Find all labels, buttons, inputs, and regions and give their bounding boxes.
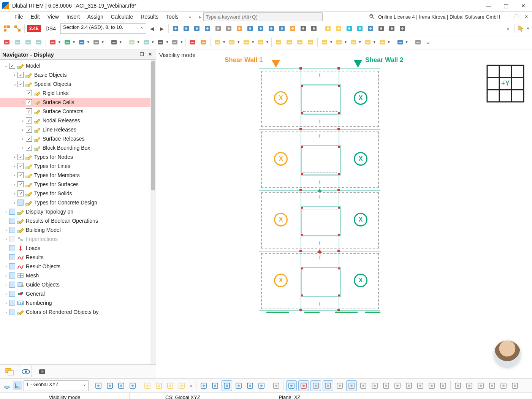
bb-icon-27[interactable] [370,381,380,391]
tb2-icon-8[interactable] [92,38,101,47]
menu-assign[interactable]: Assign [84,13,107,21]
close-button[interactable]: ✕ [515,0,532,11]
tree-twisty[interactable]: › [11,73,17,77]
tree-row-types-for-members[interactable]: ›Types for Members [0,171,156,180]
tree-twisty[interactable]: › [11,200,17,205]
tb2-icon-18[interactable] [199,38,208,47]
tb2-dd-33[interactable]: ▼ [373,40,376,44]
tb1-icon-13[interactable] [309,24,318,33]
tree-checkbox[interactable] [17,81,24,87]
tree-twisty[interactable]: › [3,291,9,296]
tb1-icon-17[interactable] [345,24,354,33]
bb-icon-29[interactable] [393,381,402,391]
tb2-icon-25[interactable] [274,38,283,47]
tb2-icon-2[interactable] [24,38,33,47]
bb-icon-39[interactable] [499,381,508,391]
tree-twisty[interactable]: ⌄ [11,82,17,87]
tree-twisty[interactable]: › [3,209,9,214]
tree-twisty[interactable]: › [20,127,26,132]
tree-twisty[interactable]: › [11,191,17,196]
tb-new-icon[interactable] [2,24,11,33]
bb-icon-33[interactable] [438,381,448,391]
bb-icon-23[interactable] [323,380,333,391]
tree-row-types-for-surfaces[interactable]: ›Types for Surfaces [0,180,156,189]
tree-twisty[interactable]: › [3,273,9,278]
tb1-icon-5[interactable] [224,24,233,33]
bb-icon-38[interactable] [487,381,497,391]
bb-icon-1[interactable] [105,381,115,391]
menu-calculate[interactable]: Calculate [107,13,137,21]
tree-twisty[interactable]: › [11,164,17,168]
tree-checkbox[interactable] [9,63,15,69]
tree-checkbox[interactable] [9,254,15,260]
tree-checkbox[interactable] [9,218,15,224]
tb2-icon-36[interactable] [396,38,405,47]
tb2-dd-31[interactable]: ▼ [344,40,347,44]
load-badge[interactable]: 2.4E [27,25,41,32]
app-menu-icon[interactable] [2,14,8,20]
bb-icon-20[interactable] [286,380,297,391]
tree-row-surface-cells[interactable]: ›Surface Cells [0,98,156,107]
tb1-icon-4[interactable] [214,24,223,33]
navigator-close-button[interactable]: ✕ [147,51,154,58]
tb2-icon-6[interactable] [63,38,72,47]
tree-row-loads[interactable]: Loads [0,244,156,253]
view-cube[interactable]: +Y [486,65,524,104]
menu-overflow[interactable]: » [182,14,198,20]
menu-view[interactable]: View [44,13,63,21]
tree-row-special-objects[interactable]: ⌄Special Objects [0,79,156,89]
bb-icon-26[interactable] [358,381,368,391]
bb-icon-25[interactable] [346,380,357,391]
menu-results[interactable]: Results [137,13,162,21]
tb2-dd-10[interactable]: ▼ [119,40,122,44]
tb1-icon-11[interactable] [288,24,297,33]
tree-checkbox[interactable] [9,263,15,269]
bb-icon-16[interactable] [256,381,266,391]
bb-icon-15[interactable] [245,381,255,391]
tb2-dd-20[interactable]: ▼ [222,40,226,44]
tree-checkbox[interactable] [17,181,24,187]
tree-twisty[interactable]: › [11,173,17,177]
bb-icon-5[interactable] [142,381,152,391]
tree-checkbox[interactable] [26,136,32,142]
tb2-icon-33[interactable] [363,38,372,47]
tb1-icon-22[interactable] [398,24,407,33]
tree-checkbox[interactable] [26,108,32,114]
tb2-icon-7[interactable] [77,38,86,47]
tb1-icon-0[interactable] [171,24,180,33]
bb-icon-2[interactable] [116,381,126,391]
bb-icon-35[interactable] [453,381,463,391]
tree-row-display-topology-on[interactable]: ›Display Topology on [0,207,156,216]
tree-row-types-for-lines[interactable]: ›Types for Lines [0,162,156,171]
tree-row-types-for-concrete-design[interactable]: ›Types for Concrete Design [0,198,156,207]
tree-twisty[interactable]: › [20,146,26,150]
tree-checkbox[interactable] [17,72,24,78]
tree-checkbox[interactable] [9,291,15,297]
tb2-icon-15[interactable] [170,38,179,47]
tb2-icon-0[interactable] [2,38,11,47]
tree-row-general[interactable]: ›General [0,289,156,298]
tb1-icon-20[interactable] [377,24,386,33]
tree-twisty[interactable]: › [11,155,17,159]
tb2-dd-7[interactable]: ▼ [87,40,90,44]
tb1-icon-12[interactable] [299,24,308,33]
tb2-dd-6[interactable]: ▼ [72,40,76,44]
nav-tab-display-icon[interactable] [20,366,32,377]
nav-tab-views-icon[interactable] [36,366,48,377]
tb2-icon-27[interactable] [295,38,304,47]
bb-icon-22[interactable] [310,380,321,391]
tree-row-building-model[interactable]: ›Building Model [0,225,156,234]
maximize-button[interactable]: ▢ [497,0,515,11]
tb2-icon-31[interactable] [334,38,344,47]
tb2-icon-12[interactable] [127,38,136,47]
tb1-icon-18[interactable] [355,24,364,33]
tb2-icon-23[interactable] [256,38,265,47]
tree-checkbox[interactable] [9,236,15,242]
tb2-icon-30[interactable] [320,38,329,47]
tree-checkbox[interactable] [17,163,24,169]
bb-icon-28[interactable] [381,381,391,391]
tb-cursor-icon[interactable] [517,24,526,33]
bb-icon-18[interactable] [271,381,281,391]
tree-checkbox[interactable] [26,90,32,96]
tree-checkbox[interactable] [9,227,15,233]
